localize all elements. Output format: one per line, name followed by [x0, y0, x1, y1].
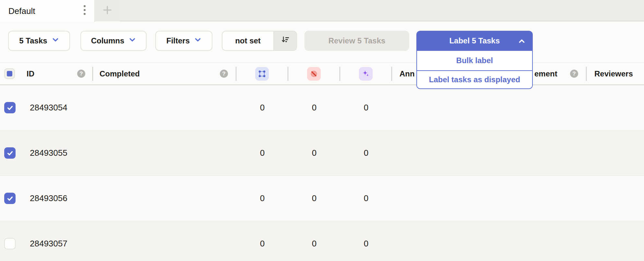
- annotations-count: 0: [236, 103, 288, 113]
- skipped-count: 0: [288, 239, 340, 249]
- select-all-cell: [0, 63, 19, 85]
- columns-label: Columns: [91, 36, 125, 45]
- column-completed-label: Completed: [100, 69, 140, 78]
- sort-direction-button[interactable]: [273, 31, 296, 50]
- predictions-count: 0: [340, 148, 392, 158]
- row-checkbox[interactable]: [4, 102, 16, 113]
- columns-dropdown[interactable]: Columns: [80, 31, 147, 51]
- tab-bar: Default: [0, 0, 644, 21]
- plus-icon: [102, 5, 113, 17]
- menu-item-label-tasks-as-displayed[interactable]: Label tasks as displayed: [417, 70, 532, 88]
- column-annotated-by-label: Ann: [400, 69, 415, 78]
- sort-descending-icon: [281, 35, 290, 46]
- column-header-skipped[interactable]: [288, 63, 340, 85]
- select-all-checkbox[interactable]: [4, 68, 15, 79]
- predictions-sparkles-icon[interactable]: [359, 67, 373, 81]
- table-row[interactable]: 28493055 0 0 0: [0, 130, 644, 176]
- task-table-body: 28493054 0 0 0 28493055 0 0 0 28493056 0…: [0, 85, 644, 261]
- ordering-control: not set: [222, 31, 297, 51]
- table-row[interactable]: 28493057 0 0 0: [0, 221, 644, 261]
- help-icon[interactable]: ?: [570, 70, 578, 78]
- chevron-down-icon: [52, 36, 59, 45]
- menu-item-bulk-label[interactable]: Bulk label: [417, 51, 532, 70]
- annotations-badge-icon[interactable]: [255, 67, 269, 81]
- annotations-count: 0: [236, 239, 288, 249]
- filters-label: Filters: [166, 36, 190, 45]
- predictions-count: 0: [340, 103, 392, 113]
- label-tasks-label: Label 5 Tasks: [449, 36, 500, 45]
- row-checkbox[interactable]: [4, 147, 16, 159]
- tasks-count-label: 5 Tasks: [19, 36, 47, 45]
- label-tasks-menu: Bulk label Label tasks as displayed: [416, 51, 533, 89]
- chevron-down-icon: [129, 36, 136, 45]
- column-agreement-label: ement: [534, 69, 557, 78]
- tab-default[interactable]: Default: [0, 0, 95, 22]
- row-checkbox[interactable]: [4, 193, 16, 204]
- add-tab-button[interactable]: [95, 0, 120, 21]
- task-id: 28493055: [19, 148, 93, 158]
- predictions-count: 0: [340, 193, 392, 203]
- task-id: 28493054: [19, 103, 93, 113]
- review-tasks-button[interactable]: Review 5 Tasks: [304, 31, 409, 51]
- review-tasks-label: Review 5 Tasks: [328, 36, 386, 45]
- label-tasks-button[interactable]: Label 5 Tasks: [416, 31, 533, 51]
- annotations-count: 0: [236, 148, 288, 158]
- column-header-id[interactable]: ID ?: [19, 63, 92, 85]
- column-header-completed[interactable]: Completed ?: [93, 63, 236, 85]
- chevron-down-icon: [194, 36, 201, 45]
- table-header: ID ? Completed ?: [0, 62, 644, 85]
- help-icon[interactable]: ?: [220, 70, 228, 78]
- column-header-agreement-partial[interactable]: ement ?: [534, 63, 586, 85]
- skipped-count: 0: [288, 103, 340, 113]
- ordering-value[interactable]: not set: [222, 36, 273, 45]
- tasks-count-dropdown[interactable]: 5 Tasks: [8, 31, 70, 51]
- column-reviewers-label: Reviewers: [594, 69, 633, 78]
- tab-label: Default: [8, 6, 35, 16]
- skipped-badge-icon[interactable]: [307, 67, 321, 81]
- task-id: 28493057: [19, 239, 93, 249]
- skipped-count: 0: [288, 193, 340, 203]
- task-id: 28493056: [19, 193, 93, 203]
- filters-dropdown[interactable]: Filters: [155, 31, 212, 51]
- table-row[interactable]: 28493054 0 0 0: [0, 85, 644, 130]
- table-row[interactable]: 28493056 0 0 0: [0, 176, 644, 221]
- column-header-predictions[interactable]: [340, 63, 391, 85]
- chevron-up-icon: [518, 38, 526, 47]
- column-header-reviewers[interactable]: Reviewers: [587, 63, 644, 85]
- column-header-annotations[interactable]: [236, 63, 288, 85]
- help-icon[interactable]: ?: [77, 70, 85, 78]
- predictions-count: 0: [340, 239, 392, 249]
- skipped-count: 0: [288, 148, 340, 158]
- row-checkbox[interactable]: [4, 238, 16, 249]
- annotations-count: 0: [236, 193, 288, 203]
- column-id-label: ID: [27, 69, 34, 78]
- kebab-menu-icon[interactable]: [83, 5, 86, 18]
